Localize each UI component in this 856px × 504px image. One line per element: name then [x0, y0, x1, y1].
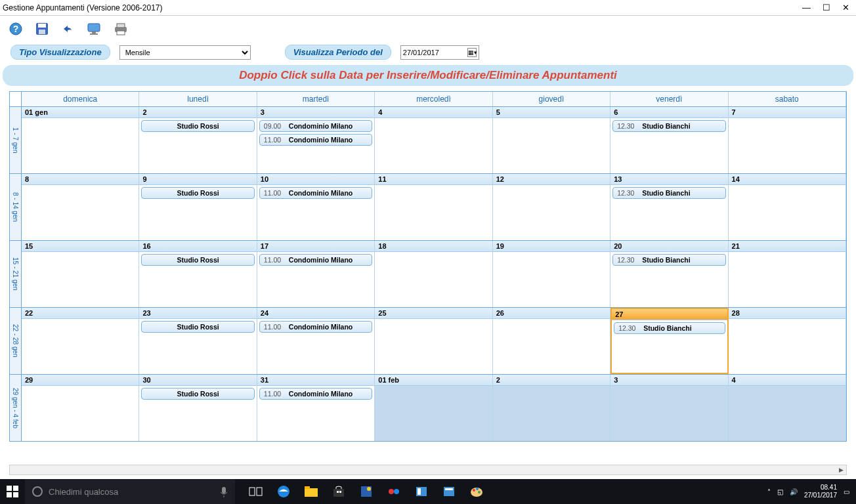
appointment[interactable]: 12.30Studio Bianchi — [612, 254, 725, 266]
date-label: 9 — [139, 174, 256, 185]
taskview-icon[interactable] — [248, 484, 264, 499]
day-cell[interactable]: 2712.30Studio Bianchi — [610, 308, 728, 374]
day-cell[interactable]: 612.30Studio Bianchi — [610, 107, 728, 173]
explorer-icon[interactable] — [303, 484, 319, 499]
appointment[interactable]: 11.00Condominio Milano — [259, 187, 372, 199]
maximize-button[interactable]: ☐ — [823, 3, 830, 12]
appointments-container — [375, 386, 492, 390]
date-picker[interactable]: 27/01/2017 ▦▾ — [400, 45, 479, 60]
save-button[interactable] — [33, 20, 51, 38]
day-cell[interactable]: 1711.00Condominio Milano — [257, 241, 375, 307]
day-cell[interactable]: 25 — [375, 308, 492, 374]
appointment[interactable]: 12.30Studio Bianchi — [614, 322, 725, 334]
day-cell[interactable]: 4 — [375, 107, 492, 173]
view-mode-select[interactable]: Mensile — [119, 45, 251, 60]
appointment[interactable]: 11.00Condominio Milano — [259, 388, 372, 400]
appointment[interactable]: Studio Rossi — [141, 187, 254, 199]
tray-chevron-icon[interactable]: ˄ — [767, 488, 771, 495]
appointment[interactable]: Studio Rossi — [141, 120, 254, 132]
day-cell[interactable]: 28 — [729, 308, 846, 374]
day-cell[interactable]: 30Studio Rossi — [139, 375, 257, 441]
edge-icon[interactable] — [276, 484, 291, 499]
app-icon-1[interactable] — [358, 484, 374, 499]
system-tray: ˄ ◱ 🔊 08.41 27/01/2017 ▭ — [767, 484, 856, 499]
notifications-icon[interactable]: ▭ — [844, 488, 849, 495]
day-cell[interactable]: 5 — [493, 107, 610, 173]
svg-rect-21 — [305, 488, 318, 497]
day-cell[interactable]: 309.00Condominio Milano11.00Condominio M… — [257, 107, 375, 173]
screen-button[interactable] — [85, 20, 104, 38]
day-cell[interactable]: 2411.00Condominio Milano — [257, 308, 375, 374]
appointment[interactable]: 12.30Studio Bianchi — [612, 187, 725, 199]
day-cell[interactable]: 26 — [493, 308, 610, 374]
day-header: domenica — [22, 92, 139, 106]
start-button[interactable] — [0, 479, 25, 504]
day-cell[interactable]: 01 gen — [22, 107, 139, 173]
view-type-label: Tipo Visualizzazione — [11, 45, 110, 60]
day-cell[interactable]: 15 — [22, 241, 139, 307]
date-label: 16 — [139, 241, 256, 252]
app-icon-4[interactable] — [441, 484, 457, 499]
day-cell[interactable]: 2 — [493, 375, 610, 441]
day-cell[interactable]: 3 — [610, 375, 728, 441]
appointments-container — [493, 118, 610, 122]
close-button[interactable]: ✕ — [842, 3, 849, 12]
day-cell[interactable]: 2012.30Studio Bianchi — [610, 241, 728, 307]
day-cell[interactable]: 14 — [729, 174, 846, 240]
svg-rect-3 — [38, 24, 46, 28]
date-label: 24 — [257, 308, 374, 319]
day-header: lunedì — [139, 92, 257, 106]
tray-clock[interactable]: 08.41 27/01/2017 — [804, 484, 837, 499]
appointments-container — [22, 185, 139, 189]
network-icon[interactable]: ◱ — [777, 488, 783, 495]
day-cell[interactable]: 01 feb — [375, 375, 492, 441]
day-cell[interactable]: 12 — [493, 174, 610, 240]
day-cell[interactable]: 16Studio Rossi — [139, 241, 257, 307]
appointments-container — [22, 252, 139, 256]
day-cell[interactable]: 4 — [729, 375, 846, 441]
appointment[interactable]: 11.00Condominio Milano — [259, 134, 372, 146]
appointments-container — [729, 386, 845, 390]
appointments-container — [375, 185, 492, 189]
date-label: 26 — [493, 308, 610, 319]
day-cell[interactable]: 22 — [22, 308, 139, 374]
day-cell[interactable]: 21 — [729, 241, 846, 307]
appointment[interactable]: Studio Rossi — [141, 321, 254, 333]
app-icon-2[interactable] — [386, 484, 402, 499]
day-cell[interactable]: 9Studio Rossi — [139, 174, 257, 240]
store-icon[interactable] — [331, 484, 347, 499]
day-cell[interactable]: 23Studio Rossi — [139, 308, 257, 374]
appointments-container: 11.00Condominio Milano — [257, 319, 374, 335]
appointment-label: Condominio Milano — [289, 256, 353, 264]
app-icon-3[interactable] — [414, 484, 429, 499]
appointment[interactable]: 11.00Condominio Milano — [259, 321, 372, 333]
day-cell[interactable]: 19 — [493, 241, 610, 307]
appointment[interactable]: Studio Rossi — [141, 254, 254, 266]
day-cell[interactable]: 18 — [375, 241, 492, 307]
day-header: sabato — [729, 92, 846, 106]
day-cell[interactable]: 1011.00Condominio Milano — [257, 174, 375, 240]
search-placeholder: Chiedimi qualcosa — [49, 487, 118, 497]
minimize-button[interactable]: — — [802, 3, 811, 12]
appointment[interactable]: 12.30Studio Bianchi — [612, 120, 725, 132]
horizontal-scrollbar[interactable]: ▶ — [9, 465, 847, 475]
appointment[interactable]: Studio Rossi — [141, 388, 254, 400]
help-button[interactable]: ? — [7, 20, 25, 38]
undo-button[interactable] — [59, 20, 77, 38]
appointment[interactable]: 09.00Condominio Milano — [259, 120, 372, 132]
cortana-search[interactable]: Chiedimi qualcosa — [25, 479, 235, 504]
appointments-container: 12.30Studio Bianchi — [610, 185, 727, 201]
day-cell[interactable]: 2Studio Rossi — [139, 107, 257, 173]
date-label: 27 — [612, 309, 727, 320]
day-cell[interactable]: 1312.30Studio Bianchi — [610, 174, 728, 240]
day-cell[interactable]: 3111.00Condominio Milano — [257, 375, 375, 441]
volume-icon[interactable]: 🔊 — [790, 488, 798, 495]
day-cell[interactable]: 8 — [22, 174, 139, 240]
paint-icon[interactable] — [469, 484, 484, 499]
appointment[interactable]: 11.00Condominio Milano — [259, 254, 372, 266]
day-cell[interactable]: 29 — [22, 375, 139, 441]
day-cell[interactable]: 11 — [375, 174, 492, 240]
print-button[interactable] — [112, 20, 130, 38]
appointment-label: Condominio Milano — [289, 323, 353, 331]
day-cell[interactable]: 7 — [729, 107, 846, 173]
